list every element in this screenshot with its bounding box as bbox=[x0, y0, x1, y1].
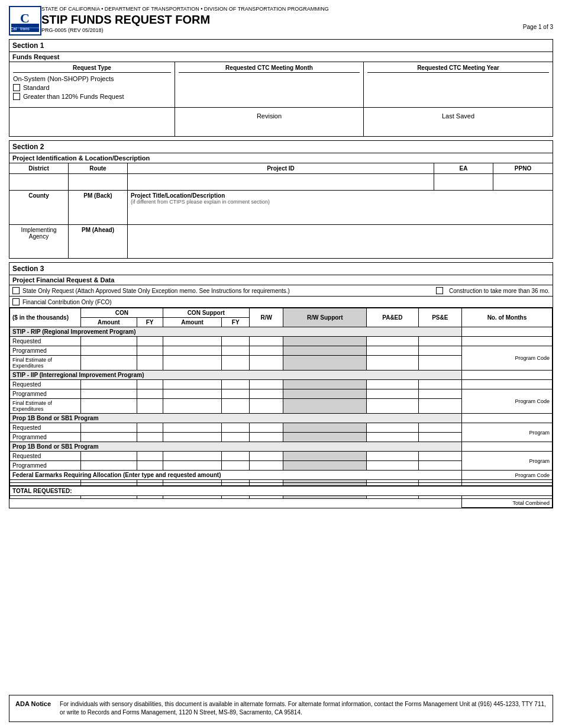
rip-req-cons-amt[interactable] bbox=[163, 337, 222, 346]
prop1b-prog-con-amt[interactable] bbox=[81, 433, 137, 442]
iip-prog-rw-support[interactable] bbox=[283, 389, 367, 399]
iip-prog-pse[interactable] bbox=[418, 389, 461, 399]
prop1b-prog-rw-support[interactable] bbox=[283, 433, 367, 442]
prop1b2-prog-cons-fy[interactable] bbox=[222, 461, 249, 471]
rip-final-cons-amt[interactable] bbox=[163, 356, 222, 371]
rip-prog-con-fy[interactable] bbox=[137, 346, 163, 356]
prop1b2-prog-rw-support[interactable] bbox=[283, 461, 367, 471]
rip-final-paed[interactable] bbox=[367, 356, 419, 371]
rip-req-rw[interactable] bbox=[249, 337, 283, 346]
iip-req-rw[interactable] bbox=[249, 380, 283, 389]
rip-req-con-fy[interactable] bbox=[137, 337, 163, 346]
district-value[interactable] bbox=[9, 174, 69, 190]
rip-prog-con-amt[interactable] bbox=[81, 346, 137, 356]
prop1b2-req-cons-fy[interactable] bbox=[222, 452, 249, 461]
prop1b2-req-pse[interactable] bbox=[418, 452, 461, 461]
prop1b2-prog-con-amt[interactable] bbox=[81, 461, 137, 471]
iip-prog-con-fy[interactable] bbox=[137, 389, 163, 399]
rip-prog-rw[interactable] bbox=[249, 346, 283, 356]
iip-prog-con-amt[interactable] bbox=[81, 389, 137, 399]
prop1b-req-rw-support[interactable] bbox=[283, 423, 367, 433]
prop1b2-req-rw[interactable] bbox=[249, 452, 283, 461]
fco-checkbox[interactable] bbox=[12, 298, 20, 305]
iip-final-rw-support[interactable] bbox=[283, 399, 367, 414]
iip-final-con-fy[interactable] bbox=[137, 399, 163, 414]
rip-final-rw[interactable] bbox=[249, 356, 283, 371]
project-title-value[interactable] bbox=[131, 205, 550, 223]
rip-req-paed[interactable] bbox=[367, 337, 419, 346]
prop1b2-prog-cons-amt[interactable] bbox=[163, 461, 222, 471]
iip-prog-paed[interactable] bbox=[367, 389, 419, 399]
iip-req-months[interactable] bbox=[461, 380, 552, 389]
rip-req-rw-support[interactable] bbox=[283, 337, 367, 346]
prop1b-req-pse[interactable] bbox=[418, 423, 461, 433]
iip-req-con-fy[interactable] bbox=[137, 380, 163, 389]
rip-final-con-fy[interactable] bbox=[137, 356, 163, 371]
prop1b2-prog-con-fy[interactable] bbox=[137, 461, 163, 471]
iip-prog-cons-amt[interactable] bbox=[163, 389, 222, 399]
prop1b-prog-pse[interactable] bbox=[418, 433, 461, 442]
implementing-agency-value[interactable] bbox=[12, 240, 65, 256]
iip-final-pse[interactable] bbox=[418, 399, 461, 414]
prop1b2-prog-pse[interactable] bbox=[418, 461, 461, 471]
rip-prog-paed[interactable] bbox=[367, 346, 419, 356]
prop1b2-prog-paed[interactable] bbox=[367, 461, 419, 471]
construction-checkbox[interactable] bbox=[436, 287, 443, 294]
county-value[interactable] bbox=[12, 199, 65, 220]
state-only-checkbox[interactable] bbox=[12, 287, 20, 294]
standard-checkbox[interactable] bbox=[13, 84, 20, 91]
prop1b-prog-con-fy[interactable] bbox=[137, 433, 163, 442]
prop1b-prog-rw[interactable] bbox=[249, 433, 283, 442]
ea-value[interactable] bbox=[434, 174, 493, 190]
prop1b2-req-con-fy[interactable] bbox=[137, 452, 163, 461]
pm-ahead-value[interactable] bbox=[72, 233, 124, 250]
iip-final-con-amt[interactable] bbox=[81, 399, 137, 414]
rip-final-rw-support[interactable] bbox=[283, 356, 367, 371]
iip-req-paed[interactable] bbox=[367, 380, 419, 389]
iip-prog-rw[interactable] bbox=[249, 389, 283, 399]
rip-req-cons-fy[interactable] bbox=[222, 337, 249, 346]
rip-req-pse[interactable] bbox=[418, 337, 461, 346]
iip-req-pse[interactable] bbox=[418, 380, 461, 389]
prop1b2-prog-rw[interactable] bbox=[249, 461, 283, 471]
route-value[interactable] bbox=[69, 174, 128, 190]
iip-final-paed[interactable] bbox=[367, 399, 419, 414]
prop1b-req-con-amt[interactable] bbox=[81, 423, 137, 433]
rip-final-cons-fy[interactable] bbox=[222, 356, 249, 371]
prop1b-req-con-fy[interactable] bbox=[137, 423, 163, 433]
prop1b2-req-paed[interactable] bbox=[367, 452, 419, 461]
greater-checkbox[interactable] bbox=[13, 93, 20, 100]
prop1b-req-cons-fy[interactable] bbox=[222, 423, 249, 433]
rip-final-pse[interactable] bbox=[418, 356, 461, 371]
pm-back-value[interactable] bbox=[72, 199, 124, 220]
ppno-value[interactable] bbox=[493, 174, 553, 190]
revision-value[interactable] bbox=[175, 124, 364, 136]
agency-notes-cell[interactable] bbox=[128, 225, 553, 258]
rip-prog-cons-fy[interactable] bbox=[222, 346, 249, 356]
project-id-value[interactable] bbox=[128, 174, 434, 190]
prop1b-prog-paed[interactable] bbox=[367, 433, 419, 442]
prop1b-prog-cons-fy[interactable] bbox=[222, 433, 249, 442]
iip-final-cons-fy[interactable] bbox=[222, 399, 249, 414]
rip-prog-rw-support[interactable] bbox=[283, 346, 367, 356]
iip-req-con-amt[interactable] bbox=[81, 380, 137, 389]
rip-prog-pse[interactable] bbox=[418, 346, 461, 356]
prop1b2-req-con-amt[interactable] bbox=[81, 452, 137, 461]
prop1b-req-paed[interactable] bbox=[367, 423, 419, 433]
prop1b-req-cons-amt[interactable] bbox=[163, 423, 222, 433]
rip-prog-cons-amt[interactable] bbox=[163, 346, 222, 356]
iip-req-cons-amt[interactable] bbox=[163, 380, 222, 389]
iip-req-cons-fy[interactable] bbox=[222, 380, 249, 389]
iip-prog-cons-fy[interactable] bbox=[222, 389, 249, 399]
rip-req-con-amt[interactable] bbox=[81, 337, 137, 346]
iip-final-rw[interactable] bbox=[249, 399, 283, 414]
prop1b2-req-rw-support[interactable] bbox=[283, 452, 367, 461]
rip-req-months[interactable] bbox=[461, 337, 552, 346]
prop1b-blank bbox=[461, 414, 552, 423]
prop1b-req-rw[interactable] bbox=[249, 423, 283, 433]
iip-final-cons-amt[interactable] bbox=[163, 399, 222, 414]
prop1b-prog-cons-amt[interactable] bbox=[163, 433, 222, 442]
prop1b2-req-cons-amt[interactable] bbox=[163, 452, 222, 461]
rip-final-con-amt[interactable] bbox=[81, 356, 137, 371]
iip-req-rw-support[interactable] bbox=[283, 380, 367, 389]
